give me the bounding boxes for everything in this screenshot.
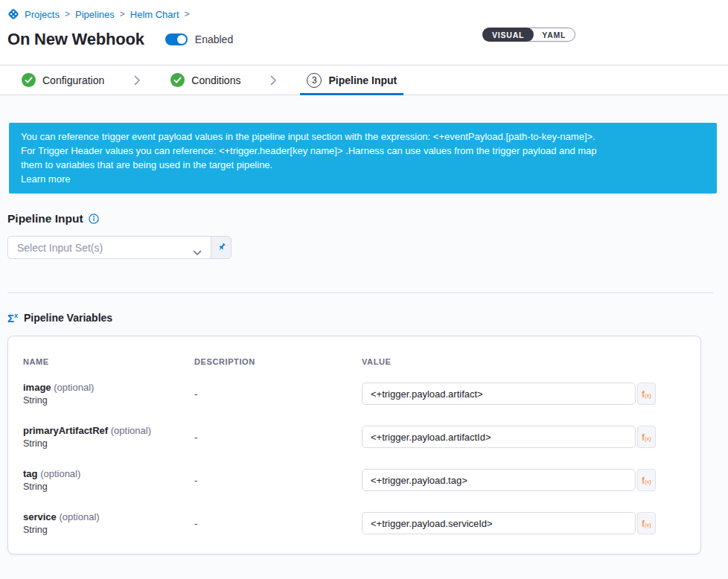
variable-name: tag [23,468,38,479]
variable-name-cell: tag (optional) String [23,468,194,492]
variable-name: primaryArtifactRef [23,425,108,436]
table-row: service (optional) String - f(x) [8,502,700,545]
variable-name-cell: primaryArtifactRef (optional) String [23,425,194,449]
check-circle-icon [170,73,185,87]
tab-pipeline-input[interactable]: 3 Pipeline Input [300,65,403,95]
banner-line: For Trigger Header values you can refere… [21,144,705,158]
variable-value-cell: f(x) [362,426,686,448]
variable-name-cell: image (optional) String [23,382,194,406]
pipeline-variables-card: NAME DESCRIPTION VALUE image (optional) … [7,336,701,554]
tab-configuration[interactable]: Configuration [15,65,111,95]
pipeline-variables-header: Σx Pipeline Variables [7,312,728,324]
variable-value-cell: f(x) [362,469,686,491]
variable-optional-tag: (optional) [59,511,99,522]
trigger-page: Projects > Pipelines > Helm Chart > On N… [0,0,728,579]
tab-label: Pipeline Input [328,74,397,86]
variable-type: String [23,482,194,492]
pin-icon [216,242,227,253]
variable-value-input[interactable] [362,383,636,405]
variable-value-input[interactable] [362,512,636,534]
column-header-description: DESCRIPTION [194,357,362,366]
chevron-right-icon [270,74,277,86]
breadcrumb-separator: > [120,9,125,19]
table-header-row: NAME DESCRIPTION VALUE [8,357,700,366]
variable-description: - [194,432,362,443]
content-area: You can reference trigger event payload … [0,95,728,579]
variable-value-input[interactable] [362,469,636,491]
enabled-label: Enabled [195,33,233,45]
variable-name: service [23,511,57,522]
step-number-badge: 3 [307,73,322,88]
column-header-name: NAME [23,357,194,366]
variable-value-input[interactable] [362,426,636,448]
input-set-placeholder: Select Input Set(s) [17,242,103,254]
breadcrumb-link-pipelines[interactable]: Pipelines [75,9,115,20]
expression-fx-button[interactable]: f(x) [637,383,656,405]
breadcrumb-separator: > [65,9,70,19]
variable-description: - [194,475,362,486]
variable-name: image [23,382,51,393]
variable-optional-tag: (optional) [111,425,151,436]
expression-fx-button[interactable]: f(x) [637,426,656,448]
pipeline-input-section-header: Pipeline Input [7,212,728,225]
variable-name-cell: service (optional) String [23,511,194,535]
projects-icon [7,8,19,20]
variable-type: String [23,438,194,449]
chevron-right-icon [134,74,141,86]
pipeline-input-title: Pipeline Input [7,212,83,225]
table-row: primaryArtifactRef (optional) String - f… [8,415,700,458]
expression-fx-button[interactable]: f(x) [637,512,656,534]
title-row: On New Webhook Enabled [7,28,721,51]
breadcrumb-link-helm-chart[interactable]: Helm Chart [130,9,179,20]
info-icon[interactable] [89,214,99,224]
table-row: image (optional) String - f(x) [8,372,700,415]
column-header-value: VALUE [362,357,686,366]
tab-label: Configuration [42,74,104,86]
variable-value-cell: f(x) [362,512,686,534]
sigma-variables-icon: Σx [7,313,18,324]
variable-description: - [194,388,362,400]
toggle-knob [177,35,186,44]
variable-description: - [194,518,362,529]
enabled-toggle[interactable] [165,33,188,45]
banner-line: them to variables that are being used in… [21,158,705,172]
learn-more-link[interactable]: Learn more [21,173,70,185]
page-title: On New Webhook [7,30,144,49]
variable-optional-tag: (optional) [54,382,94,393]
pin-input-set-button[interactable] [211,236,232,259]
visual-yaml-toggle: VISUAL YAML [482,28,575,42]
input-set-select-row: Select Input Set(s) [7,236,728,259]
input-set-select[interactable]: Select Input Set(s) [7,236,211,259]
table-row: tag (optional) String - f(x) [8,458,700,502]
banner-line: You can reference trigger event payload … [21,129,705,144]
variable-optional-tag: (optional) [40,468,80,479]
variable-type: String [23,395,194,406]
tab-conditions[interactable]: Conditions [164,65,247,95]
yaml-toggle-button[interactable]: YAML [532,28,575,42]
tab-label: Conditions [191,74,240,86]
breadcrumb: Projects > Pipelines > Helm Chart > [7,8,721,20]
breadcrumb-link-projects[interactable]: Projects [25,9,60,20]
info-banner: You can reference trigger event payload … [9,123,717,193]
check-circle-icon [22,73,36,87]
visual-toggle-button[interactable]: VISUAL [482,28,534,42]
page-header: Projects > Pipelines > Helm Chart > On N… [0,0,728,51]
expression-fx-button[interactable]: f(x) [637,469,656,491]
variable-type: String [23,525,194,535]
section-divider [7,292,713,293]
wizard-tabbar: Configuration Conditions 3 Pipeline Inpu… [0,65,728,95]
chevron-down-icon [193,246,202,259]
breadcrumb-separator: > [185,9,190,19]
pipeline-variables-title: Pipeline Variables [24,312,112,324]
variable-value-cell: f(x) [362,383,686,405]
